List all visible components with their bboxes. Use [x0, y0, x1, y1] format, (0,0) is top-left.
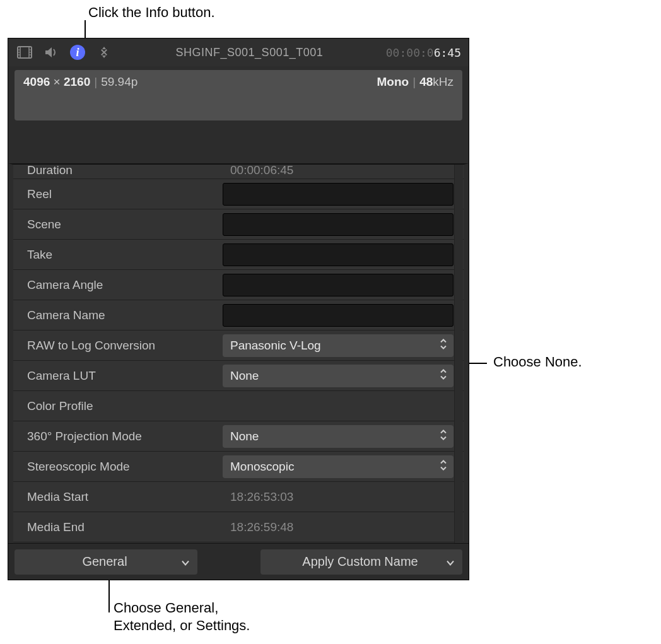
metadata-row: Reel — [13, 179, 464, 209]
popup-value: Panasonic V-Log — [230, 339, 321, 353]
field-label: Scene — [27, 218, 223, 231]
field-value: Monoscopic — [223, 455, 453, 478]
apply-custom-name-menu[interactable]: Apply Custom Name — [260, 549, 462, 575]
callout-text: Choose General, — [114, 600, 218, 616]
popup-menu[interactable]: None — [223, 365, 453, 387]
timecode-display: 00:00:06:45 — [386, 46, 461, 59]
audio-channels: Mono — [377, 75, 409, 88]
readonly-value: 18:26:59:48 — [223, 520, 453, 534]
chevron-down-icon — [181, 554, 190, 569]
popup-value: None — [230, 369, 259, 383]
updown-arrows-icon — [440, 368, 448, 383]
popup-menu[interactable]: Panasonic V-Log — [223, 334, 453, 357]
info-tab-button[interactable]: i — [69, 44, 86, 61]
metadata-row: Color Profile — [13, 391, 464, 421]
field-value — [223, 304, 453, 327]
field-label: 360° Projection Mode — [27, 430, 223, 443]
field-label: Camera Angle — [27, 278, 223, 292]
metadata-row: RAW to Log ConversionPanasonic V-Log — [13, 331, 464, 361]
audio-summary: Mono|48kHz — [377, 75, 453, 89]
metadata-row: Camera Angle — [13, 270, 464, 300]
popup-value: Monoscopic — [230, 460, 294, 474]
res-w: 4096 — [23, 75, 50, 88]
frame-rate: 59.94p — [101, 75, 137, 88]
field-value: None — [223, 425, 453, 448]
metadata-row: Camera LUTNone — [13, 361, 464, 391]
audio-rate-unit: kHz — [433, 75, 453, 88]
field-value: 00:00:06:45 — [223, 165, 453, 177]
field-label: Stereoscopic Mode — [27, 460, 223, 474]
field-label: Media End — [27, 520, 223, 534]
readonly-value: 18:26:53:03 — [223, 490, 453, 504]
field-label: Camera LUT — [27, 369, 223, 383]
audio-rate-num: 48 — [419, 75, 433, 88]
metadata-row: 360° Projection ModeNone — [13, 421, 464, 452]
text-input[interactable] — [223, 213, 453, 236]
timecode-tail: 6:45 — [434, 46, 461, 59]
video-tab-icon[interactable] — [16, 44, 33, 61]
field-value: 18:26:59:48 — [223, 520, 453, 534]
callout-line — [108, 578, 110, 612]
metadata-row: Media End18:26:59:48 — [13, 512, 464, 542]
field-value — [223, 274, 453, 296]
metadata-list: Duration00:00:06:45ReelSceneTakeCamera A… — [8, 163, 469, 543]
field-label: Camera Name — [27, 308, 223, 322]
text-input[interactable] — [223, 183, 453, 206]
field-label: Media Start — [27, 490, 223, 504]
callout-view-menu: Choose General, Extended, or Settings. — [114, 599, 250, 634]
text-input[interactable] — [223, 304, 453, 327]
field-label: Color Profile — [27, 399, 223, 413]
updown-arrows-icon — [440, 459, 448, 474]
clip-summary: 4096 × 2160|59.94p Mono|48kHz — [15, 70, 462, 120]
field-label: RAW to Log Conversion — [27, 339, 223, 353]
callout-camera-lut: Choose None. — [493, 353, 582, 371]
popup-menu[interactable]: None — [223, 425, 453, 448]
metadata-row: Stereoscopic ModeMonoscopic — [13, 452, 464, 482]
updown-arrows-icon — [440, 429, 448, 443]
scrollbar[interactable] — [454, 165, 463, 543]
field-value — [223, 243, 453, 266]
chevron-down-icon — [446, 554, 455, 569]
popup-menu[interactable]: Monoscopic — [223, 455, 453, 478]
field-label: Take — [27, 248, 223, 262]
text-input[interactable] — [223, 274, 453, 296]
readonly-value: 00:00:06:45 — [223, 165, 453, 177]
inspector-panel: i SHGINF_S001_S001_T001 00:00:06:45 4096… — [8, 38, 469, 580]
field-value: Panasonic V-Log — [223, 334, 453, 357]
audio-tab-icon[interactable] — [42, 44, 60, 61]
updown-arrows-icon — [440, 338, 448, 353]
text-input[interactable] — [223, 243, 453, 266]
metadata-row: Take — [13, 240, 464, 270]
metadata-row: Media Start18:26:53:03 — [13, 482, 464, 512]
metadata-row: Scene — [13, 209, 464, 240]
clip-name: SHGINF_S001_S001_T001 — [122, 46, 377, 59]
field-value: None — [223, 365, 453, 387]
field-label: Reel — [27, 187, 223, 201]
field-label: Duration — [27, 165, 223, 177]
share-tab-icon[interactable] — [95, 44, 113, 61]
info-icon: i — [70, 45, 85, 60]
resolution-summary: 4096 × 2160|59.94p — [23, 75, 137, 89]
metadata-view-label: General — [82, 554, 127, 569]
callout-info: Click the Info button. — [88, 4, 215, 21]
res-h: 2160 — [64, 75, 90, 88]
inspector-bottom-bar: General Apply Custom Name — [8, 543, 469, 580]
field-value — [223, 213, 453, 236]
popup-value: None — [230, 430, 259, 443]
apply-custom-name-label: Apply Custom Name — [302, 554, 418, 569]
inspector-titlebar: i SHGINF_S001_S001_T001 00:00:06:45 — [8, 38, 469, 66]
field-value — [223, 183, 453, 206]
metadata-view-menu[interactable]: General — [15, 549, 197, 575]
callout-text: Extended, or Settings. — [114, 618, 250, 633]
timecode-dim: 00:00:0 — [386, 46, 434, 59]
field-value: 18:26:53:03 — [223, 490, 453, 504]
metadata-row: Camera Name — [13, 300, 464, 331]
metadata-row: Duration00:00:06:45 — [13, 165, 464, 179]
